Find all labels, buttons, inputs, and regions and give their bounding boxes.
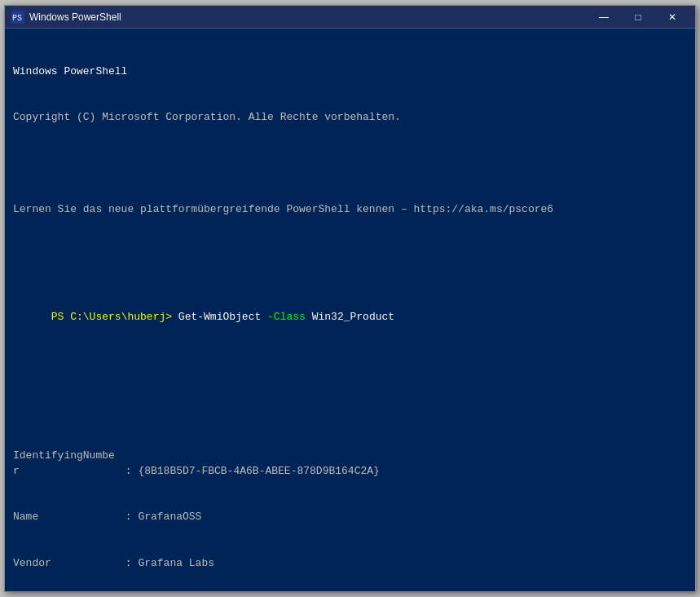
window-controls: — □ ✕ [588,9,689,25]
cmd-get: Get-WmiObject [178,311,261,323]
header-line4: Lernen Sie das neue plattformübergreifen… [13,202,687,218]
entry0-name: Name : GrafanaOSS [13,510,687,525]
prompt-text: PS C:\Users\huberj> [51,311,178,323]
window-title: Windows PowerShell [29,11,588,23]
svg-text:PS: PS [12,14,22,23]
blank1 [13,157,687,172]
titlebar: PS Windows PowerShell — □ ✕ [5,6,695,29]
terminal-content[interactable]: Windows PowerShell Copyright (C) Microso… [5,29,695,591]
maximize-button[interactable]: □ [622,9,654,25]
command-line: PS C:\Users\huberj> Get-WmiObject -Class… [13,294,687,341]
powershell-icon: PS [11,11,24,24]
close-button[interactable]: ✕ [656,9,689,25]
minimize-button[interactable]: — [588,9,620,25]
powershell-window: PS Windows PowerShell — □ ✕ Windows Powe… [4,5,696,592]
entry0-id: IdentifyingNumber : {8B18B5D7-FBCB-4A6B-… [13,449,687,480]
blank3 [13,372,687,387]
header-line2: Copyright (C) Microsoft Corporation. All… [13,110,687,126]
cmd-class: Win32_Product [306,311,394,323]
entry0-vendor: Vendor : Grafana Labs [13,556,687,572]
cmd-param: -Class [261,311,306,323]
header-line1: Windows PowerShell [13,64,687,80]
blank2 [13,249,687,264]
